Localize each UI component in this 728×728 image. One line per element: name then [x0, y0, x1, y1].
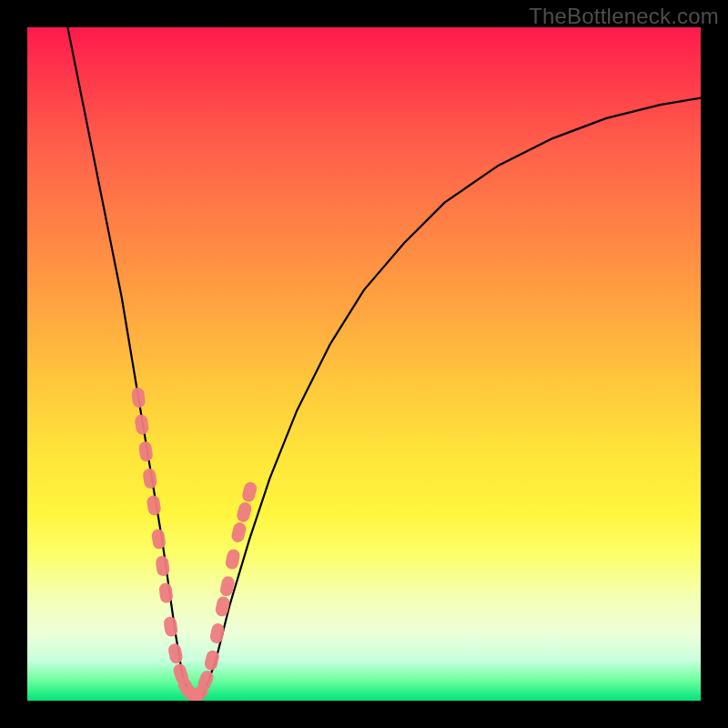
svg-rect-22	[241, 480, 258, 503]
marker-point	[167, 642, 184, 664]
marker-point	[142, 468, 157, 490]
marker-point	[158, 582, 174, 604]
svg-rect-6	[155, 555, 170, 577]
plot-area	[27, 27, 701, 701]
svg-rect-17	[214, 595, 230, 617]
watermark-text: TheBottleneck.com	[529, 4, 719, 29]
svg-rect-2	[138, 440, 154, 462]
svg-rect-21	[236, 500, 253, 523]
marker-point	[236, 500, 253, 523]
svg-rect-5	[151, 529, 167, 551]
marker-point	[241, 480, 258, 503]
svg-rect-3	[142, 468, 157, 490]
svg-rect-4	[147, 495, 162, 517]
marker-point	[138, 440, 154, 462]
svg-rect-16	[209, 622, 226, 644]
marker-point	[151, 529, 167, 551]
svg-rect-8	[163, 616, 178, 638]
marker-point	[131, 387, 147, 409]
marker-point	[225, 548, 241, 570]
marker-point	[147, 495, 162, 517]
marker-point	[155, 555, 170, 577]
curve-svg	[27, 27, 701, 701]
marker-point	[209, 622, 226, 644]
svg-rect-0	[131, 387, 147, 409]
svg-rect-19	[225, 548, 241, 570]
svg-rect-7	[158, 582, 174, 604]
svg-rect-9	[167, 642, 184, 664]
svg-rect-1	[134, 414, 149, 436]
marker-point	[163, 616, 178, 638]
marker-point	[230, 521, 248, 544]
svg-rect-20	[230, 521, 248, 544]
marker-point	[214, 595, 230, 617]
marker-point	[134, 414, 149, 436]
chart-frame: TheBottleneck.com	[0, 0, 728, 728]
